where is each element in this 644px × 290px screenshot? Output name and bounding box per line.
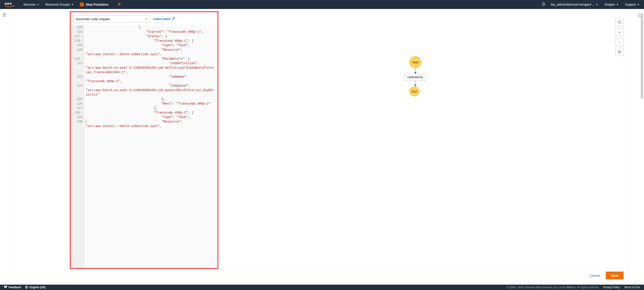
- nav-right: top_admin/danrond-Isengard ... ▼ Oregon …: [542, 2, 640, 7]
- caret-down-icon: ▼: [637, 3, 640, 6]
- pin-icon[interactable]: 📌: [117, 3, 121, 6]
- service-name: Step Functions: [86, 3, 108, 6]
- account-menu[interactable]: top_admin/danrond-Isengard ... ▼: [551, 3, 598, 6]
- top-nav: aws Services ▼ Resource Groups ▼ Step Fu…: [0, 0, 644, 9]
- support-menu[interactable]: Support ▼: [625, 3, 640, 6]
- step-functions-icon: [80, 2, 84, 6]
- aws-logo[interactable]: aws: [4, 1, 14, 7]
- caret-down-icon: ▼: [596, 3, 598, 6]
- caret-down-icon: ▼: [37, 3, 39, 6]
- notifications-icon[interactable]: [542, 2, 545, 7]
- resource-groups-label: Resource Groups: [46, 3, 70, 6]
- caret-down-icon: ▼: [71, 3, 74, 6]
- support-label: Support: [625, 3, 636, 6]
- caret-down-icon: ▼: [616, 3, 618, 6]
- services-label: Services: [24, 3, 36, 6]
- services-menu[interactable]: Services ▼: [24, 3, 39, 6]
- region-menu[interactable]: Oregon ▼: [604, 3, 618, 6]
- service-breadcrumb[interactable]: Step Functions: [80, 2, 108, 6]
- svg-text:aws: aws: [4, 1, 12, 5]
- resource-groups-menu[interactable]: Resource Groups ▼: [46, 3, 74, 6]
- region-label: Oregon: [604, 3, 615, 6]
- account-label: top_admin/danrond-Isengard ...: [551, 3, 594, 6]
